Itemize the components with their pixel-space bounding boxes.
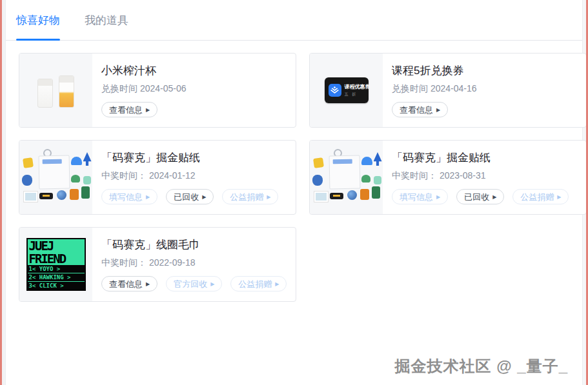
view-info-button[interactable]: 查看信息 ▶ — [101, 102, 157, 117]
sticker-envelope — [329, 155, 360, 190]
prize-card-grid: 小米榨汁杯 兑换时间 2024-05-06 查看信息 ▶ — [19, 53, 587, 302]
sticker-green-bottle — [81, 186, 90, 199]
sticker-orange-pack — [360, 189, 369, 200]
stickers-image — [22, 149, 90, 206]
coupon-image: 课程优惠券 五 折 — [325, 77, 369, 103]
prize-title: 课程5折兑换券 — [392, 64, 477, 77]
sticker-yellow-bug — [23, 157, 34, 168]
prize-card-juicer: 小米榨汁杯 兑换时间 2024-05-06 查看信息 ▶ — [19, 53, 296, 128]
play-arrow-icon: ▶ — [202, 195, 206, 200]
button-label: 查看信息 — [400, 106, 433, 114]
button-label: 已回收 — [174, 193, 199, 201]
prize-title: 「码赛克」掘金贴纸 — [101, 152, 278, 164]
sticker-photo — [24, 192, 37, 202]
towel-big-line-2: FRIEND — [28, 252, 85, 265]
recycled-button[interactable]: 已回收 ▶ — [456, 189, 504, 204]
sticker-envelope — [38, 155, 70, 190]
prize-card-body: 小米榨汁杯 兑换时间 2024-05-06 查看信息 ▶ — [92, 54, 187, 127]
coupon-label: 课程优惠券 — [345, 83, 365, 90]
prize-card-body: 课程5折兑换券 兑换时间 2024-04-16 查看信息 ▶ — [383, 54, 477, 127]
prize-actions: 填写信息 ▶ 已回收 ▶ 公益捐赠 ▶ — [392, 189, 569, 204]
prize-image-area: JUEJ FRIEND 1< YOYO > 2< HAWKING > 3< CL… — [19, 228, 92, 301]
towel-menu-row-1: 1< YOYO > — [28, 264, 85, 273]
recycled-button[interactable]: 已回收 ▶ — [166, 189, 214, 204]
button-label: 官方回收 — [174, 280, 207, 288]
charity-donate-button[interactable]: 公益捐赠 ▶ — [222, 189, 278, 204]
prize-title: 小米榨汁杯 — [101, 64, 187, 77]
button-label: 公益捐赠 — [520, 193, 554, 201]
sticker-dark-badge — [330, 193, 343, 199]
tab-bar: 惊喜好物 我的道具 — [6, 0, 582, 41]
screenshot-red-border-left — [0, 0, 2, 385]
fill-info-button[interactable]: 填写信息 ▶ — [101, 189, 157, 204]
prize-title: 「码赛克」线圈毛巾 — [101, 239, 287, 252]
play-arrow-icon: ▶ — [146, 195, 150, 200]
prize-image-area: 课程优惠券 五 折 — [310, 54, 383, 127]
sticker-yellow-bug — [313, 157, 324, 168]
official-recycle-button[interactable]: 官方回收 ▶ — [166, 276, 222, 291]
prize-actions: 查看信息 ▶ — [101, 102, 187, 117]
sticker-blue-tree — [83, 152, 92, 166]
view-info-button[interactable]: 查看信息 ▶ — [101, 276, 157, 291]
prize-time: 兑换时间 2024-05-06 — [101, 83, 187, 95]
sticker-blue-tree — [374, 152, 382, 166]
prize-image-area — [19, 54, 92, 127]
prizes-panel: 惊喜好物 我的道具 小米榨汁杯 兑换时间 2024-05-06 查看信息 ▶ — [5, 0, 583, 385]
view-info-button[interactable]: 查看信息 ▶ — [392, 102, 448, 117]
charity-donate-button[interactable]: 公益捐赠 ▶ — [230, 276, 287, 291]
juicer-cup-juice — [59, 75, 74, 108]
prize-image-area — [19, 141, 92, 214]
prize-card-body: 「码赛克」掘金贴纸 中奖时间： 2023-08-31 填写信息 ▶ 已回收 ▶ … — [383, 141, 569, 214]
button-label: 公益捐赠 — [230, 193, 263, 201]
sticker-blue-penguin — [312, 175, 323, 186]
prize-card-stickers-2024: 「码赛克」掘金贴纸 中奖时间： 2024-01-12 填写信息 ▶ 已回收 ▶ … — [19, 140, 296, 215]
prize-time: 中奖时间： 2024-01-12 — [101, 170, 278, 182]
charity-donate-button[interactable]: 公益捐赠 ▶ — [512, 189, 569, 204]
prize-card-towel: JUEJ FRIEND 1< YOYO > 2< HAWKING > 3< CL… — [19, 227, 296, 302]
sticker-teal-cat — [83, 176, 91, 184]
prize-card-coupon: 课程优惠券 五 折 课程5折兑换券 兑换时间 2024-04-16 查看信息 ▶ — [309, 53, 587, 128]
button-label: 已回收 — [464, 193, 489, 201]
watermark: 掘金技术社区 @ _量子_ — [395, 356, 568, 377]
play-arrow-icon: ▶ — [275, 282, 279, 287]
prize-image-area — [310, 141, 383, 214]
button-label: 查看信息 — [109, 280, 143, 288]
sticker-green-turtle — [361, 175, 370, 183]
button-label: 查看信息 — [109, 106, 143, 114]
juicer-image — [33, 70, 79, 111]
tab-surprise-goods[interactable]: 惊喜好物 — [16, 0, 60, 40]
sticker-blue-cap — [361, 157, 372, 165]
towel-menu-row-2: 2< HAWKING > — [28, 273, 85, 281]
prize-card-body: 「码赛克」线圈毛巾 中奖时间： 2022-09-18 查看信息 ▶ 官方回收 ▶… — [92, 228, 287, 301]
prize-time: 兑换时间 2024-04-16 — [392, 83, 477, 95]
prize-actions: 查看信息 ▶ — [392, 102, 477, 117]
play-arrow-icon: ▶ — [557, 195, 561, 200]
play-arrow-icon: ▶ — [492, 195, 496, 200]
towel-menu-row-3: 3< CLICK > — [28, 281, 85, 290]
juejin-logo-icon — [329, 84, 341, 97]
play-arrow-icon: ▶ — [267, 195, 270, 200]
play-arrow-icon: ▶ — [436, 108, 440, 113]
sticker-dark-badge — [39, 193, 53, 199]
sticker-green-turtle — [71, 175, 80, 183]
play-arrow-icon: ▶ — [210, 282, 214, 287]
sticker-blue-penguin — [22, 175, 32, 186]
play-arrow-icon: ▶ — [146, 282, 150, 287]
play-arrow-icon: ▶ — [436, 195, 440, 200]
button-label: 填写信息 — [400, 193, 433, 201]
sticker-globe — [57, 190, 66, 200]
sticker-globe — [347, 190, 357, 200]
sticker-teal-cat — [374, 176, 381, 184]
sticker-green-bottle — [372, 186, 380, 199]
coupon-texts: 课程优惠券 五 折 — [345, 83, 365, 97]
juicer-cup-empty — [37, 79, 53, 108]
sticker-blue-cap — [71, 157, 82, 165]
coupon-sublabel: 五 折 — [345, 92, 365, 97]
tab-my-props[interactable]: 我的道具 — [85, 0, 128, 40]
towel-image: JUEJ FRIEND 1< YOYO > 2< HAWKING > 3< CL… — [26, 238, 86, 291]
sticker-photo — [314, 192, 328, 202]
prize-actions: 填写信息 ▶ 已回收 ▶ 公益捐赠 ▶ — [101, 189, 278, 204]
prize-title: 「码赛克」掘金贴纸 — [392, 152, 569, 164]
fill-info-button[interactable]: 填写信息 ▶ — [392, 189, 448, 204]
prize-actions: 查看信息 ▶ 官方回收 ▶ 公益捐赠 ▶ — [101, 276, 287, 291]
